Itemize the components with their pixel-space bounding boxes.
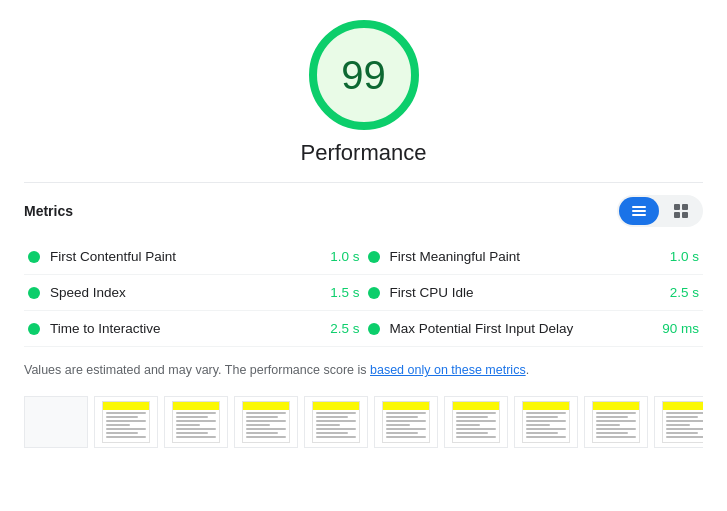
content-line [596,428,636,430]
content-line [666,424,690,426]
content-line [246,424,270,426]
content-line [106,416,138,418]
content-line [386,424,410,426]
content-line [246,420,286,422]
page-header-bar [593,402,639,410]
metric-dot [28,251,40,263]
metric-dot [28,323,40,335]
page-header-bar [453,402,499,410]
filmstrip-frame[interactable] [374,396,438,448]
metric-item: First Meaningful Paint 1.0 s [364,239,704,275]
metric-dot [28,287,40,299]
content-line [456,436,496,438]
metric-value: 90 ms [662,321,699,336]
filmstrip-frame[interactable] [234,396,298,448]
content-line [316,424,340,426]
content-line [246,428,286,430]
content-line [106,432,138,434]
content-line [456,428,496,430]
page-header-bar [103,402,149,410]
metric-value: 1.0 s [330,249,359,264]
content-line [456,432,488,434]
content-line [246,432,278,434]
filmstrip-page [242,401,290,443]
metrics-note: Values are estimated and may vary. The p… [24,361,703,380]
metric-value: 1.0 s [670,249,699,264]
content-line [176,424,200,426]
content-line [526,436,566,438]
metric-value: 2.5 s [330,321,359,336]
content-line [386,428,426,430]
filmstrip-frame[interactable] [164,396,228,448]
content-line [666,436,703,438]
content-line [456,424,480,426]
score-section: 99 Performance [24,20,703,166]
filmstrip-frame[interactable] [94,396,158,448]
metric-item: Time to Interactive 2.5 s [24,311,364,347]
content-line [526,428,566,430]
svg-rect-1 [632,210,646,212]
filmstrip-page [662,401,703,443]
metric-name: Time to Interactive [50,321,322,336]
content-line [596,432,628,434]
page-header-bar [663,402,703,410]
content-line [526,420,566,422]
metric-name: First Meaningful Paint [390,249,662,264]
main-container: 99 Performance Metrics [0,0,727,468]
metric-dot [368,287,380,299]
content-line [106,424,130,426]
filmstrip-frame[interactable] [24,396,88,448]
metric-value: 1.5 s [330,285,359,300]
grid-icon [673,203,689,219]
content-line [596,412,636,414]
content-line [316,416,348,418]
filmstrip-frame[interactable] [654,396,703,448]
metrics-title: Metrics [24,203,73,219]
content-line [666,412,703,414]
content-line [386,436,426,438]
metric-value: 2.5 s [670,285,699,300]
filmstrip-page [452,401,500,443]
filmstrip [24,396,703,448]
page-lines [243,410,289,442]
page-lines [453,410,499,442]
metric-dot [368,323,380,335]
metrics-link[interactable]: based only on these metrics [370,363,526,377]
grid-view-button[interactable] [661,197,701,225]
content-line [316,420,356,422]
content-line [316,432,348,434]
filmstrip-frame[interactable] [304,396,368,448]
filmstrip-page [172,401,220,443]
svg-rect-3 [674,204,680,210]
page-header-bar [523,402,569,410]
content-line [666,416,698,418]
content-line [666,432,698,434]
note-text-before: Values are estimated and may vary. The p… [24,363,370,377]
content-line [176,416,208,418]
metric-item: First CPU Idle 2.5 s [364,275,704,311]
metric-name: First Contentful Paint [50,249,322,264]
content-line [106,436,146,438]
content-line [456,420,496,422]
page-lines [593,410,639,442]
content-line [456,416,488,418]
svg-rect-6 [682,212,688,218]
filmstrip-frame[interactable] [444,396,508,448]
content-line [106,420,146,422]
page-lines [523,410,569,442]
svg-rect-2 [632,214,646,216]
list-view-button[interactable] [619,197,659,225]
content-line [526,424,550,426]
score-value: 99 [341,53,386,98]
filmstrip-frame[interactable] [584,396,648,448]
content-line [526,416,558,418]
score-circle: 99 [309,20,419,130]
page-lines [663,410,703,442]
filmstrip-frame[interactable] [514,396,578,448]
content-line [386,432,418,434]
filmstrip-page [592,401,640,443]
view-toggle [617,195,703,227]
metric-item: Speed Index 1.5 s [24,275,364,311]
content-line [666,428,703,430]
content-line [106,428,146,430]
